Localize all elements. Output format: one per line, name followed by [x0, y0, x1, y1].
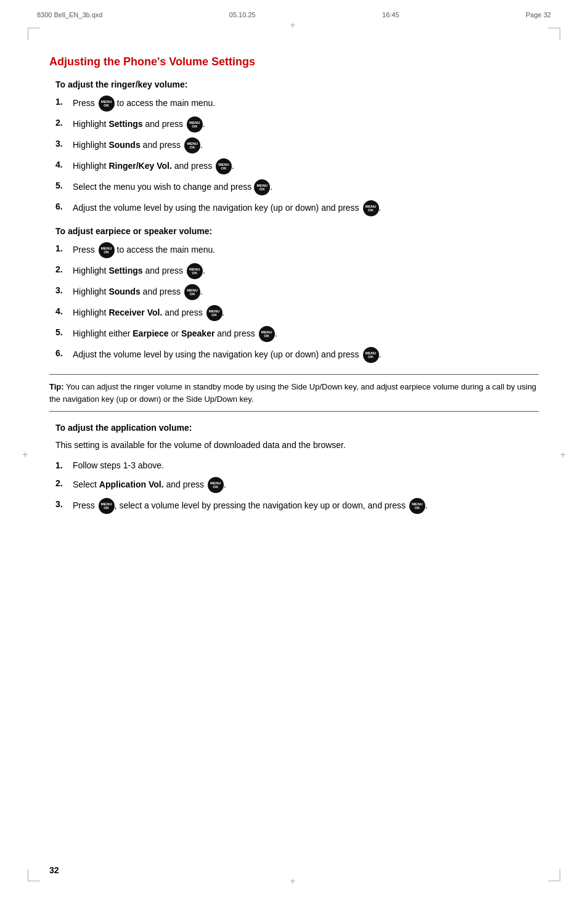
menu-btn-icon: MENUOK	[206, 305, 223, 321]
step-text: Highlight Settings and press MENUOK.	[73, 116, 539, 132]
page-number: 32	[49, 865, 59, 875]
tip-text: You can adjust the ringer volume in stan…	[49, 382, 536, 404]
reg-mark-bottom-left	[28, 869, 40, 881]
step-text: Select the menu you wish to change and p…	[73, 179, 539, 195]
step-text: Highlight Ringer/Key Vol. and press MENU…	[73, 158, 539, 174]
step-text: Adjust the volume level by using the nav…	[73, 347, 539, 363]
subsection2-heading: To adjust earpiece or speaker volume:	[55, 226, 539, 236]
step-num: 6.	[55, 347, 70, 360]
step-1-5: 5. Select the menu you wish to change an…	[55, 179, 539, 195]
tip-box: Tip: You can adjust the ringer volume in…	[49, 374, 539, 412]
subsection1-heading: To adjust the ringer/key volume:	[55, 79, 539, 89]
step-num: 6.	[55, 200, 70, 213]
menu-btn-icon: MENUOK	[99, 242, 115, 258]
step-num: 1.	[55, 96, 70, 108]
subsection3-steps: 1. Follow steps 1-3 above. 2. Select App…	[55, 459, 539, 514]
menu-btn-icon: MENUOK	[184, 284, 200, 300]
step-num: 3.	[55, 284, 70, 297]
step-num: 1.	[55, 459, 70, 472]
header-time: 16:45	[382, 11, 399, 18]
step-3-2: 2. Select Application Vol. and press MEN…	[55, 477, 539, 493]
step-num: 5.	[55, 326, 70, 339]
step-num: 3.	[55, 498, 70, 511]
menu-btn-icon: MENUOK	[208, 477, 224, 493]
step-text: Press MENUOK, select a volume level by p…	[73, 498, 539, 514]
reg-mark-top-right	[548, 28, 560, 40]
page-container: 8300 Bell_EN_3b.qxd 05.10.25 16:45 Page …	[0, 0, 588, 909]
step-text: Press MENUOK to access the main menu.	[73, 242, 539, 258]
menu-btn-icon-2: MENUOK	[409, 498, 425, 514]
subsection1-steps: 1. Press MENUOK to access the main menu.…	[55, 96, 539, 216]
menu-btn-icon: MENUOK	[187, 116, 203, 132]
step-2-2: 2. Highlight Settings and press MENUOK.	[55, 263, 539, 279]
tip-label: Tip:	[49, 382, 64, 391]
subsection2-steps: 1. Press MENUOK to access the main menu.…	[55, 242, 539, 363]
step-text: Highlight Receiver Vol. and press MENUOK…	[73, 305, 539, 321]
main-content: Adjusting the Phone's Volume Settings To…	[49, 55, 539, 514]
step-1-1: 1. Press MENUOK to access the main menu.	[55, 96, 539, 112]
reg-mark-top-left	[28, 28, 40, 40]
step-3-1: 1. Follow steps 1-3 above.	[55, 459, 539, 472]
step-1-4: 4. Highlight Ringer/Key Vol. and press M…	[55, 158, 539, 174]
subsection3-intro: This setting is available for the volume…	[55, 439, 539, 452]
menu-btn-icon: MENUOK	[363, 347, 379, 363]
menu-btn-icon: MENUOK	[259, 326, 275, 342]
header-right: Page 32	[526, 11, 551, 18]
step-text: Highlight Sounds and press MENUOK.	[73, 137, 539, 153]
step-text: Follow steps 1-3 above.	[73, 459, 539, 472]
step-num: 5.	[55, 179, 70, 192]
header-strip: 8300 Bell_EN_3b.qxd 05.10.25 16:45 Page …	[37, 11, 551, 18]
step-text: Select Application Vol. and press MENUOK…	[73, 477, 539, 493]
step-1-2: 2. Highlight Settings and press MENUOK.	[55, 116, 539, 132]
crosshair-top	[290, 22, 298, 31]
step-num: 4.	[55, 305, 70, 318]
step-2-1: 1. Press MENUOK to access the main menu.	[55, 242, 539, 258]
step-2-6: 6. Adjust the volume level by using the …	[55, 347, 539, 363]
menu-btn-icon: MENUOK	[99, 498, 115, 514]
menu-btn-icon: MENUOK	[216, 158, 232, 174]
menu-btn-icon: MENUOK	[363, 200, 379, 216]
menu-btn-icon: MENUOK	[99, 96, 115, 112]
step-num: 2.	[55, 263, 70, 276]
step-3-3: 3. Press MENUOK, select a volume level b…	[55, 498, 539, 514]
step-num: 4.	[55, 158, 70, 171]
header-left: 8300 Bell_EN_3b.qxd	[37, 11, 102, 18]
crosshair-left	[22, 449, 28, 460]
step-2-5: 5. Highlight either Earpiece or Speaker …	[55, 326, 539, 342]
step-num: 2.	[55, 116, 70, 129]
step-num: 1.	[55, 242, 70, 255]
header-center: 05.10.25	[229, 11, 256, 18]
step-num: 3.	[55, 137, 70, 150]
step-text: Highlight Sounds and press MENUOK.	[73, 284, 539, 300]
crosshair-bottom	[290, 878, 298, 887]
step-1-6: 6. Adjust the volume level by using the …	[55, 200, 539, 216]
step-2-3: 3. Highlight Sounds and press MENUOK.	[55, 284, 539, 300]
step-text: Adjust the volume level by using the nav…	[73, 200, 539, 216]
step-text: Press MENUOK to access the main menu.	[73, 96, 539, 112]
step-text: Highlight Settings and press MENUOK.	[73, 263, 539, 279]
step-num: 2.	[55, 477, 70, 490]
menu-btn-icon: MENUOK	[184, 137, 200, 153]
step-1-3: 3. Highlight Sounds and press MENUOK.	[55, 137, 539, 153]
section-title: Adjusting the Phone's Volume Settings	[49, 55, 539, 68]
menu-btn-icon: MENUOK	[187, 263, 203, 279]
step-text: Highlight either Earpiece or Speaker and…	[73, 326, 539, 342]
reg-mark-bottom-right	[548, 869, 560, 881]
menu-btn-icon: MENUOK	[254, 179, 270, 195]
subsection3-heading: To adjust the application volume:	[55, 423, 539, 433]
step-2-4: 4. Highlight Receiver Vol. and press MEN…	[55, 305, 539, 321]
crosshair-right	[560, 449, 566, 460]
